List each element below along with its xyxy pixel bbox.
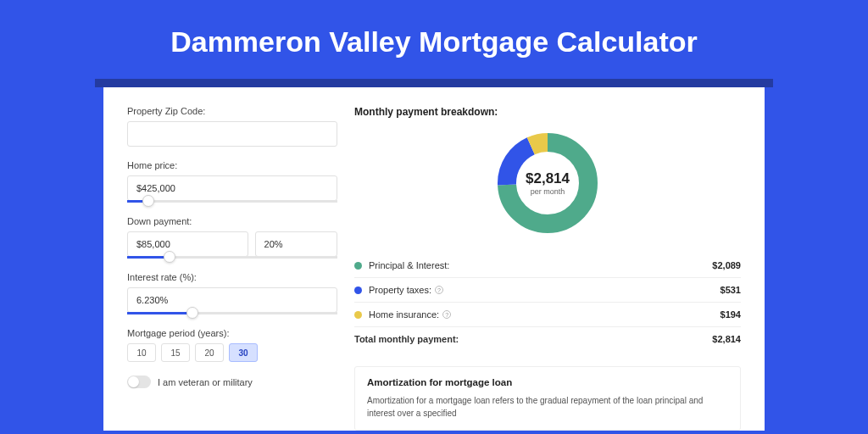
info-icon[interactable]: ? bbox=[442, 310, 451, 319]
legend-row-taxes: Property taxes: ? $531 bbox=[354, 278, 741, 303]
period-field: Mortgage period (years): 10 15 20 30 bbox=[127, 328, 337, 362]
veteran-toggle[interactable] bbox=[127, 376, 151, 388]
period-option-10[interactable]: 10 bbox=[127, 343, 156, 362]
legend-value: $531 bbox=[721, 285, 741, 295]
veteran-row: I am veteran or military bbox=[127, 376, 337, 388]
legend-text: Principal & Interest: bbox=[369, 260, 449, 270]
legend-dot bbox=[354, 262, 362, 270]
form-panel: Property Zip Code: Home price: Down paym… bbox=[127, 106, 337, 431]
breakdown-heading: Monthly payment breakdown: bbox=[354, 106, 741, 118]
donut-center: $2,814 per month bbox=[526, 170, 570, 196]
amortization-box: Amortization for mortgage loan Amortizat… bbox=[354, 366, 741, 431]
interest-field: Interest rate (%): bbox=[127, 272, 337, 314]
legend-text: Property taxes: bbox=[369, 285, 431, 295]
donut-amount: $2,814 bbox=[526, 170, 570, 187]
slider-thumb[interactable] bbox=[142, 195, 154, 207]
home-price-label: Home price: bbox=[127, 160, 337, 170]
zip-field: Property Zip Code: bbox=[127, 106, 337, 147]
period-option-30[interactable]: 30 bbox=[229, 343, 258, 362]
period-option-15[interactable]: 15 bbox=[161, 343, 190, 362]
period-label: Mortgage period (years): bbox=[127, 328, 337, 338]
legend-value: $2,089 bbox=[712, 260, 741, 270]
slider-thumb[interactable] bbox=[186, 307, 198, 319]
amortization-text: Amortization for a mortgage loan refers … bbox=[367, 394, 728, 420]
legend-row-total: Total monthly payment: $2,814 bbox=[354, 327, 741, 351]
interest-input[interactable] bbox=[127, 287, 337, 313]
legend-label: Home insurance: ? bbox=[369, 309, 721, 320]
legend-dot bbox=[354, 311, 362, 319]
page-title: Dammeron Valley Mortgage Calculator bbox=[0, 0, 868, 79]
home-price-slider[interactable] bbox=[127, 200, 337, 203]
zip-input[interactable] bbox=[127, 121, 337, 147]
legend-value: $194 bbox=[721, 309, 741, 320]
veteran-label: I am veteran or military bbox=[158, 377, 253, 387]
home-price-input[interactable] bbox=[127, 175, 337, 201]
slider-thumb[interactable] bbox=[164, 251, 175, 263]
down-payment-input[interactable] bbox=[127, 231, 248, 257]
zip-label: Property Zip Code: bbox=[127, 106, 337, 116]
legend-dot bbox=[354, 287, 362, 294]
breakdown-panel: Monthly payment breakdown: $2,814 per mo… bbox=[337, 106, 741, 431]
down-payment-pct-input[interactable] bbox=[255, 231, 337, 257]
calculator-card: Property Zip Code: Home price: Down paym… bbox=[103, 87, 765, 431]
interest-slider[interactable] bbox=[127, 312, 337, 314]
period-option-20[interactable]: 20 bbox=[195, 343, 224, 362]
legend-total-label: Total monthly payment: bbox=[354, 334, 712, 344]
card-shadow bbox=[95, 79, 773, 87]
down-payment-field: Down payment: bbox=[127, 216, 337, 259]
legend-total-value: $2,814 bbox=[712, 334, 741, 344]
info-icon[interactable]: ? bbox=[435, 286, 443, 294]
period-options: 10 15 20 30 bbox=[127, 343, 337, 362]
legend-row-insurance: Home insurance: ? $194 bbox=[354, 303, 741, 327]
amortization-title: Amortization for mortgage loan bbox=[367, 377, 728, 387]
legend-text: Home insurance: bbox=[369, 309, 439, 320]
donut-chart-wrap: $2,814 per month bbox=[354, 128, 741, 238]
legend-row-principal: Principal & Interest: $2,089 bbox=[354, 253, 741, 278]
legend-label: Principal & Interest: bbox=[369, 260, 712, 270]
legend-label: Property taxes: ? bbox=[369, 285, 721, 295]
donut-unit: per month bbox=[526, 187, 570, 196]
down-payment-slider[interactable] bbox=[127, 256, 337, 259]
home-price-field: Home price: bbox=[127, 160, 337, 203]
interest-label: Interest rate (%): bbox=[127, 272, 337, 282]
down-payment-label: Down payment: bbox=[127, 216, 337, 226]
donut-chart: $2,814 per month bbox=[492, 128, 603, 238]
toggle-knob bbox=[128, 376, 139, 387]
